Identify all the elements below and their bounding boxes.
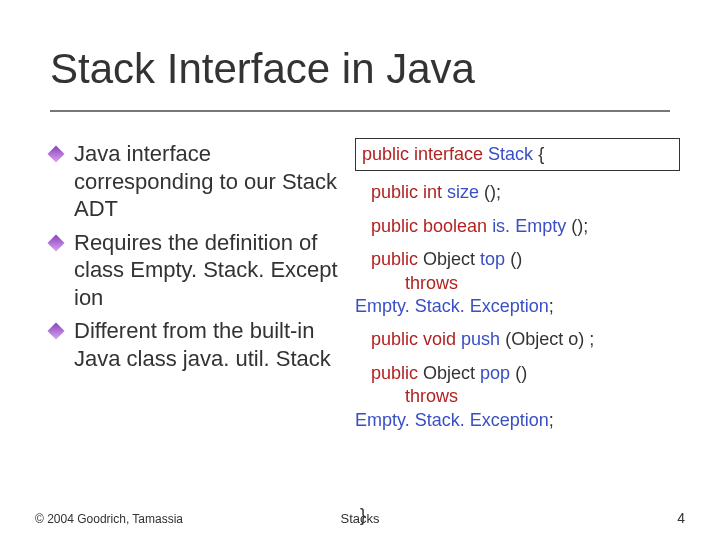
identifier: push <box>461 329 500 349</box>
code-text: () <box>510 249 522 269</box>
keyword: public void <box>371 329 456 349</box>
return-type: Object <box>423 249 475 269</box>
code-line: public interface Stack { <box>362 143 673 166</box>
code-line: Empty. Stack. Exception; <box>355 409 680 432</box>
code-line: throws <box>355 272 680 295</box>
bullet-code: java. util. Stack <box>183 346 331 371</box>
bullet-icon <box>48 323 65 340</box>
code-text: ; <box>549 410 554 430</box>
code-text: ; <box>549 296 554 316</box>
keyword: public boolean <box>371 216 487 236</box>
identifier: top <box>480 249 505 269</box>
footer-page-number: 4 <box>677 510 685 526</box>
bullet-icon <box>48 234 65 251</box>
code-line: public void push (Object o) ; <box>355 328 680 351</box>
keyword: public <box>371 363 418 383</box>
list-item: Java interface corresponding to our Stac… <box>50 140 350 223</box>
code-text: { <box>538 144 544 164</box>
code-text: () <box>515 363 527 383</box>
identifier: is. Empty <box>492 216 566 236</box>
code-line: throws <box>355 385 680 408</box>
return-type: Object <box>423 363 475 383</box>
keyword: throws <box>405 273 458 293</box>
bullet-text: Java interface corresponding to our Stac… <box>74 141 337 221</box>
footer-title: Stacks <box>0 511 720 526</box>
code-line: public Object top () <box>355 248 680 271</box>
keyword: public int <box>371 182 442 202</box>
list-item: Different from the built-in Java class j… <box>50 317 350 372</box>
identifier: Empty. Stack. Exception <box>355 410 549 430</box>
bullet-list: Java interface corresponding to our Stac… <box>50 140 350 378</box>
keyword: public interface <box>362 144 483 164</box>
identifier: Empty. Stack. Exception <box>355 296 549 316</box>
code-args: (Object o) <box>505 329 584 349</box>
code-block: public interface Stack { public int size… <box>355 138 680 432</box>
identifier: size <box>447 182 479 202</box>
keyword: throws <box>405 386 458 406</box>
slide-title: Stack Interface in Java <box>50 45 475 93</box>
slide: Stack Interface in Java Java interface c… <box>0 0 720 540</box>
title-rule <box>50 110 670 112</box>
code-box: public interface Stack { <box>355 138 680 171</box>
keyword: public <box>371 249 418 269</box>
code-line: public boolean is. Empty (); <box>355 215 680 238</box>
bullet-icon <box>48 146 65 163</box>
list-item: Requires the definition of class Empty. … <box>50 229 350 312</box>
code-line: public int size (); <box>355 181 680 204</box>
identifier: pop <box>480 363 510 383</box>
code-text: (); <box>484 182 501 202</box>
code-text: (); <box>571 216 588 236</box>
code-text: ; <box>589 329 594 349</box>
code-line: Empty. Stack. Exception; <box>355 295 680 318</box>
identifier: Stack <box>488 144 533 164</box>
code-line: public Object pop () <box>355 362 680 385</box>
